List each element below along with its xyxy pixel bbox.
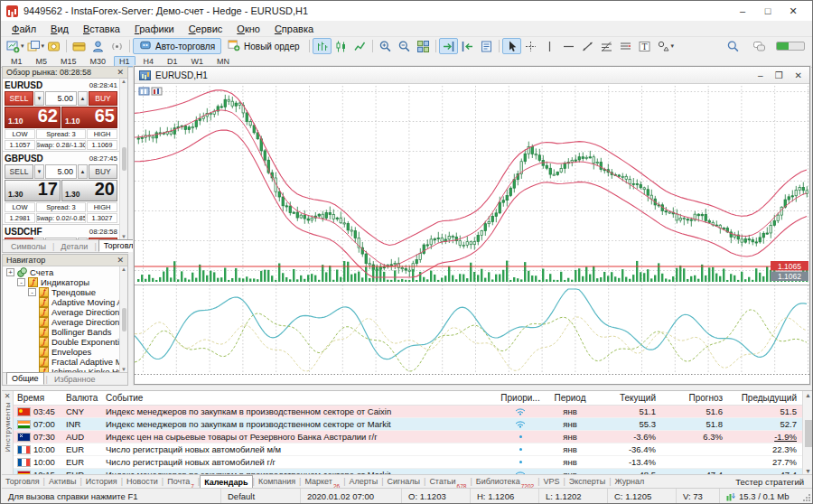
bars-chart-icon[interactable] — [313, 38, 332, 54]
market-watch-tab-Детали[interactable]: Детали — [56, 241, 92, 252]
navigator-item-bollinger-bands[interactable]: ƒBollinger Bands — [3, 327, 119, 337]
calendar-scrollbar[interactable]: ▲ ▼ — [802, 391, 813, 474]
toolbox-tab-торговля[interactable]: Торговля — [2, 475, 43, 489]
search-icon[interactable] — [724, 38, 743, 54]
navigator-tab-Общие[interactable]: Общие — [6, 372, 44, 385]
price-chart[interactable]: 1.10651.1062 — [135, 84, 809, 384]
calendar-row[interactable]: 07:00INRИндекс менеджеров по закупкам в … — [14, 418, 802, 431]
volume-input[interactable]: 5.00 — [45, 91, 77, 106]
market-watch-tab-Символы[interactable]: Символы — [6, 241, 51, 252]
new-chart-icon[interactable] — [4, 38, 23, 54]
menu-Окно[interactable]: Окно — [229, 23, 267, 35]
navigator-item-double-exponential[interactable]: ƒDouble Exponential — [3, 337, 119, 347]
timeframe-MN[interactable]: MN — [211, 56, 235, 67]
navigator-item-envelopes[interactable]: ƒEnvelopes — [3, 347, 119, 357]
symbol-block-USDCHF[interactable]: USDCHF08:28:58SELL▼5.00▲BUY — [3, 225, 119, 239]
calendar-row[interactable]: 10:00EURЧисло регистраций новых автомоби… — [14, 456, 802, 469]
menu-Файл[interactable]: Файл — [5, 23, 43, 35]
community-icon[interactable] — [89, 38, 107, 54]
timeframe-W1[interactable]: W1 — [186, 56, 210, 67]
calendar-header-row[interactable]: ВремяВалютаСобытиеПриори...ПериодТекущий… — [14, 391, 802, 406]
navigator-scrollbar[interactable]: ▲ ▼ — [119, 266, 127, 372]
shapes-icon[interactable] — [654, 38, 673, 54]
volume-input[interactable]: 5.00 — [45, 164, 77, 179]
navigator-tab-Избранное[interactable]: Избранное — [50, 374, 100, 385]
payments-icon[interactable] — [70, 38, 89, 54]
close-icon[interactable]: ✕ — [5, 392, 11, 400]
dropdown-caret-icon[interactable]: ▾ — [21, 42, 24, 50]
volume-up-icon[interactable]: ▲ — [78, 91, 88, 106]
close-icon[interactable]: ✕ — [117, 68, 124, 78]
bid-price-panel[interactable]: 1.3017 — [5, 180, 61, 201]
crosshair-icon[interactable] — [521, 38, 540, 54]
toolbox-tab-компания[interactable]: Компания — [255, 475, 299, 489]
navigator-item-average-directional[interactable]: ƒAverage Directional — [3, 307, 119, 317]
close-icon[interactable]: ✕ — [117, 256, 124, 266]
candles-chart-icon[interactable] — [332, 38, 350, 54]
scroll-down-icon[interactable]: ▼ — [805, 468, 811, 474]
auto-scroll-icon[interactable] — [439, 38, 458, 54]
autotrade-button[interactable]: Авто-торговля — [133, 38, 221, 54]
navigator-item-average-directional[interactable]: ƒAverage Directional — [3, 317, 119, 327]
toolbox-tab-vps[interactable]: VPS — [540, 475, 564, 489]
zoom-in-icon[interactable] — [376, 38, 395, 54]
toolbox-tab-сигналы[interactable]: Сигналы — [384, 475, 425, 489]
chart-shift-icon[interactable] — [458, 38, 477, 54]
new-order-button[interactable]: Новый ордер — [221, 38, 306, 54]
calendar-row[interactable]: 10:00EURЧисло регистраций новых автомоби… — [14, 443, 802, 456]
status-profile[interactable]: Default — [220, 489, 300, 504]
symbol-block-EURUSD[interactable]: EURUSD08:28:41SELL▼5.00▲BUY1.10621.1065L… — [3, 79, 119, 152]
chart-window-titlebar[interactable]: EURUSD,H1 – ❐ ✕ — [135, 67, 809, 84]
horizontal-line-icon[interactable] — [559, 38, 578, 54]
toolbox-tab-библиотека[interactable]: Библиотека7202 — [472, 475, 537, 489]
text-icon[interactable]: T — [635, 38, 654, 54]
toolbox-tab-журнал[interactable]: Журнал — [612, 475, 649, 489]
navigator-item-счета[interactable]: +Счета — [3, 267, 119, 277]
toolbox-tab-статьи[interactable]: Статьи678 — [425, 475, 470, 489]
menu-Сервис[interactable]: Сервис — [182, 23, 230, 35]
navigator-item-трендовые[interactable]: -ƒТрендовые — [3, 287, 119, 297]
chart-minimize-button[interactable]: – — [758, 70, 763, 80]
vertical-line-icon[interactable] — [540, 38, 559, 54]
ask-price-panel[interactable]: 1.3020 — [61, 180, 117, 201]
buy-button[interactable]: BUY — [89, 91, 117, 106]
collapse-icon[interactable]: - — [28, 288, 36, 296]
fibonacci-icon[interactable] — [597, 38, 616, 54]
zoom-out-icon[interactable] — [395, 38, 414, 54]
toolbox-tab-почта[interactable]: Почта7 — [164, 475, 198, 489]
volume-down-icon[interactable]: ▼ — [34, 164, 44, 179]
scroll-up-icon[interactable]: ▲ — [805, 392, 811, 398]
navigator-item-индикаторы[interactable]: -ƒИндикаторы — [3, 277, 119, 287]
scroll-up-icon[interactable]: ▲ — [121, 266, 126, 272]
buy-button[interactable]: BUY — [89, 164, 117, 179]
close-button[interactable]: ✕ — [787, 2, 799, 20]
navigator-item-adaptive-moving-a[interactable]: ƒAdaptive Moving A — [3, 297, 119, 307]
chart-restore-button[interactable]: ❐ — [775, 70, 783, 80]
toolbox-tab-история[interactable]: История — [82, 475, 121, 489]
collapse-icon[interactable]: - — [17, 278, 25, 286]
navigator-item-fractal-adaptive-mo[interactable]: ƒFractal Adaptive Mo — [3, 357, 119, 367]
profiles-icon[interactable] — [24, 38, 43, 54]
menu-Справка[interactable]: Справка — [267, 23, 321, 35]
timeframe-H1[interactable]: H1 — [114, 56, 136, 67]
timeframe-M30[interactable]: M30 — [85, 56, 112, 67]
minimize-button[interactable]: – — [736, 2, 749, 20]
sell-button[interactable]: SELL — [5, 164, 33, 179]
timeframe-H4[interactable]: H4 — [138, 56, 160, 67]
timeframe-M5[interactable]: M5 — [31, 56, 53, 67]
chart-close-button[interactable]: ✕ — [795, 70, 802, 80]
menu-Графики[interactable]: Графики — [127, 23, 182, 35]
maximize-button[interactable]: □ — [762, 2, 774, 20]
ask-price-panel[interactable]: 1.1065 — [61, 107, 117, 128]
levels-icon[interactable] — [616, 38, 635, 54]
menu-Вставка[interactable]: Вставка — [76, 23, 127, 35]
trendline-icon[interactable] — [578, 38, 597, 54]
toolbox-tab-календарь[interactable]: Календарь — [200, 475, 252, 489]
chat-icon[interactable] — [750, 38, 769, 54]
timeframe-M1[interactable]: M1 — [5, 56, 28, 67]
calendar-row[interactable]: 07:30AUDИндекс цен на сырьевые товары от… — [14, 431, 802, 443]
dropdown-caret-icon[interactable]: ▾ — [671, 42, 675, 50]
volume-up-icon[interactable]: ▲ — [78, 164, 88, 179]
bid-price-panel[interactable]: 1.1062 — [5, 107, 61, 128]
timeframe-M15[interactable]: M15 — [55, 56, 82, 67]
